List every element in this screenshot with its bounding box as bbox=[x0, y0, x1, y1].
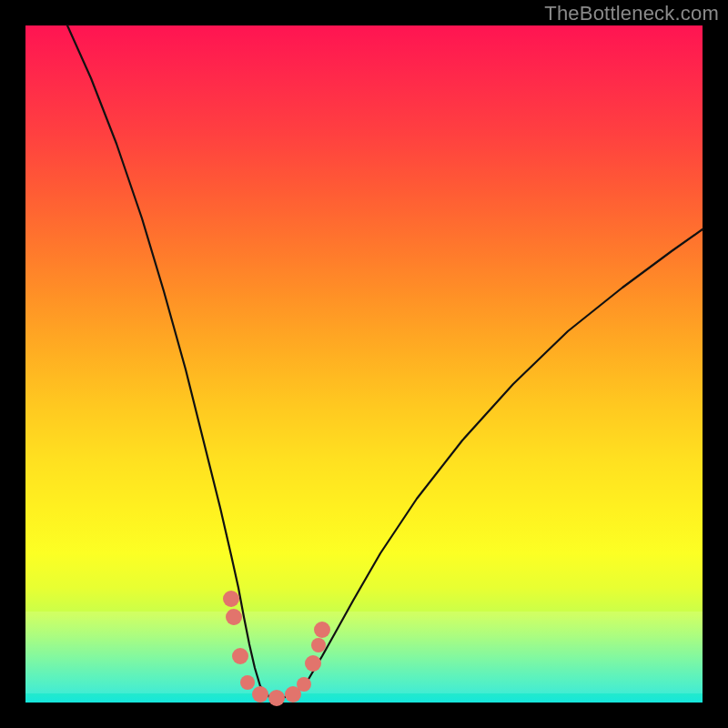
marker-point bbox=[223, 591, 239, 607]
marker-point bbox=[297, 677, 311, 692]
chart-plot-area bbox=[25, 25, 703, 703]
chart-frame: TheBottleneck.com bbox=[0, 0, 728, 728]
marker-point bbox=[268, 690, 285, 706]
marker-point bbox=[252, 686, 268, 703]
marker-point bbox=[240, 675, 255, 690]
marker-point bbox=[226, 609, 242, 625]
marker-point bbox=[232, 648, 248, 664]
curve-left-arm bbox=[67, 25, 280, 699]
chart-svg bbox=[25, 25, 703, 703]
marker-point bbox=[311, 638, 326, 652]
marker-cluster bbox=[223, 591, 330, 706]
curve-right-arm bbox=[280, 229, 703, 699]
watermark-text: TheBottleneck.com bbox=[544, 2, 719, 25]
marker-point bbox=[314, 622, 330, 638]
marker-point bbox=[305, 655, 321, 672]
